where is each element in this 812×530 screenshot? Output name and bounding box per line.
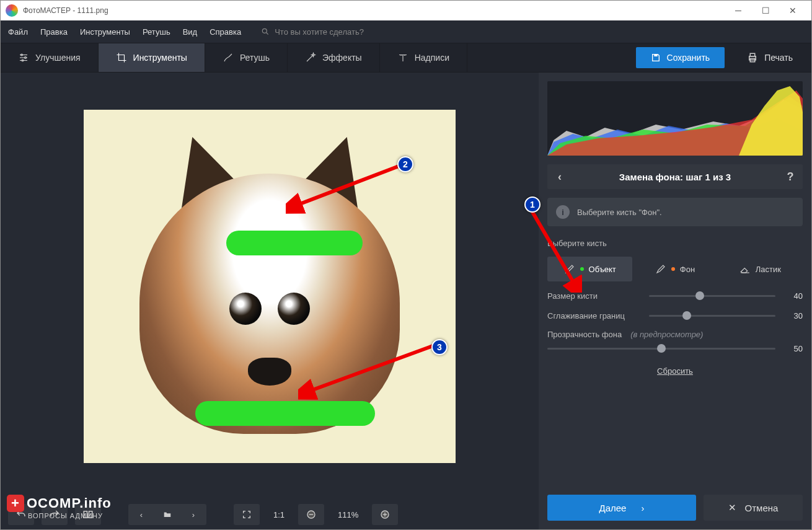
close-icon: ✕ <box>728 502 736 513</box>
search-icon <box>261 27 270 36</box>
menu-help[interactable]: Справка <box>210 27 241 37</box>
tab-effects[interactable]: Эффекты <box>288 43 380 72</box>
brush-size-label: Размер кисти <box>547 291 640 301</box>
plus-icon: + <box>7 495 24 512</box>
menu-file[interactable]: Файл <box>8 27 28 37</box>
help-button[interactable]: ? <box>778 170 803 183</box>
menubar: Файл Правка Инструменты Ретушь Вид Справ… <box>1 20 811 43</box>
window-title: ФотоМАСТЕР - 1111.png <box>23 6 108 15</box>
print-button[interactable]: Печать <box>732 47 808 68</box>
step-back-button[interactable]: ‹ <box>547 170 572 183</box>
zoom-value: 111% <box>332 510 364 519</box>
object-stroke <box>195 401 375 426</box>
svg-line-1 <box>267 33 268 35</box>
edge-smooth-slider[interactable] <box>649 310 775 321</box>
hint-text: Выберите кисть "Фон". <box>577 208 662 217</box>
brush-icon <box>223 52 234 63</box>
histogram <box>547 81 803 156</box>
tab-captions[interactable]: Надписи <box>380 43 467 72</box>
edge-smooth-label: Сглаживание границ <box>547 311 640 320</box>
menu-tools[interactable]: Инструменты <box>80 27 130 37</box>
annotation-marker-1: 1 <box>524 197 541 213</box>
brush-section-label: Выберите кисть <box>547 239 803 248</box>
bg-opacity-note: (в предпросмотре) <box>630 330 703 339</box>
object-stroke <box>226 231 363 255</box>
canvas-area: 2 3 ‹ › 1:1 <box>1 73 539 529</box>
brush-icon <box>655 263 666 275</box>
tab-tools[interactable]: Инструменты <box>99 43 205 72</box>
brush-size-row: Размер кисти 40 <box>547 290 803 301</box>
brush-eraser-button[interactable]: Ластик <box>718 257 803 281</box>
search-box[interactable]: Что вы хотите сделать? <box>261 27 364 37</box>
zoom-out-button[interactable] <box>298 504 324 525</box>
brush-icon <box>564 263 575 275</box>
step-header: ‹ Замена фона: шаг 1 из 3 ? <box>547 164 803 189</box>
brush-size-slider[interactable] <box>649 290 775 301</box>
eraser-icon <box>739 263 751 275</box>
maximize-button[interactable]: ☐ <box>752 1 779 20</box>
save-icon <box>651 53 661 63</box>
zoom-in-button[interactable] <box>372 504 398 525</box>
titlebar: ФотоМАСТЕР - 1111.png ─ ☐ ✕ <box>1 1 811 20</box>
svg-rect-10 <box>750 53 755 56</box>
browse-button[interactable] <box>154 504 180 525</box>
bg-opacity-label: Прозрачность фона <box>547 330 622 339</box>
annotation-marker-3: 3 <box>431 339 448 355</box>
brush-picker: Объект Фон Ластик <box>547 257 803 281</box>
crop-icon <box>116 52 127 63</box>
info-icon: i <box>556 205 570 219</box>
sliders-icon <box>18 52 29 63</box>
text-icon <box>397 52 408 63</box>
close-button[interactable]: ✕ <box>779 1 806 20</box>
tab-retouch[interactable]: Ретушь <box>205 43 288 72</box>
bg-opacity-slider[interactable] <box>547 343 775 354</box>
app-logo-icon <box>6 4 18 17</box>
chevron-right-icon: › <box>641 503 644 513</box>
zoom-ratio-label[interactable]: 1:1 <box>267 510 291 519</box>
next-button[interactable]: Далее › <box>547 495 696 521</box>
cancel-button[interactable]: ✕ Отмена <box>704 495 803 521</box>
app-body: Файл Правка Инструменты Ретушь Вид Справ… <box>1 20 811 529</box>
tab-improvements[interactable]: Улучшения <box>1 43 99 72</box>
svg-rect-8 <box>654 55 657 56</box>
hint-box: i Выберите кисть "Фон". <box>547 198 803 226</box>
canvas[interactable]: 2 3 <box>1 73 539 500</box>
brush-background-button[interactable]: Фон <box>632 257 717 281</box>
annotation-marker-2: 2 <box>397 156 413 172</box>
next-image-button[interactable]: › <box>180 504 206 525</box>
save-button[interactable]: Сохранить <box>636 47 725 68</box>
bg-opacity-row: Прозрачность фона (в предпросмотре) 50 <box>547 330 803 354</box>
wand-icon <box>305 52 316 63</box>
app-window: ФотоМАСТЕР - 1111.png ─ ☐ ✕ Файл Правка … <box>0 0 812 530</box>
menu-view[interactable]: Вид <box>183 27 198 37</box>
step-title: Замена фона: шаг 1 из 3 <box>572 172 778 182</box>
edge-smooth-row: Сглаживание границ 30 <box>547 310 803 321</box>
fit-screen-button[interactable] <box>234 504 260 525</box>
minimize-button[interactable]: ─ <box>725 1 752 20</box>
brush-size-value: 40 <box>784 291 803 301</box>
side-panel: ‹ Замена фона: шаг 1 из 3 ? i Выберите к… <box>539 73 811 529</box>
print-icon <box>747 52 758 63</box>
edge-smooth-value: 30 <box>784 311 803 320</box>
svg-point-0 <box>263 29 267 33</box>
bg-opacity-value: 50 <box>784 344 803 353</box>
menu-retouch[interactable]: Ретушь <box>143 27 170 37</box>
reset-button[interactable]: Сбросить <box>547 366 803 376</box>
menu-edit[interactable]: Правка <box>40 27 68 37</box>
prev-image-button[interactable]: ‹ <box>128 504 154 525</box>
search-placeholder: Что вы хотите сделать? <box>275 27 364 37</box>
main-toolbar: Улучшения Инструменты Ретушь Эффекты Над… <box>1 43 811 73</box>
brush-object-button[interactable]: Объект <box>547 257 632 281</box>
watermark: +OCOMP.info ВОПРОСЫ АДМИНУ <box>7 495 112 519</box>
